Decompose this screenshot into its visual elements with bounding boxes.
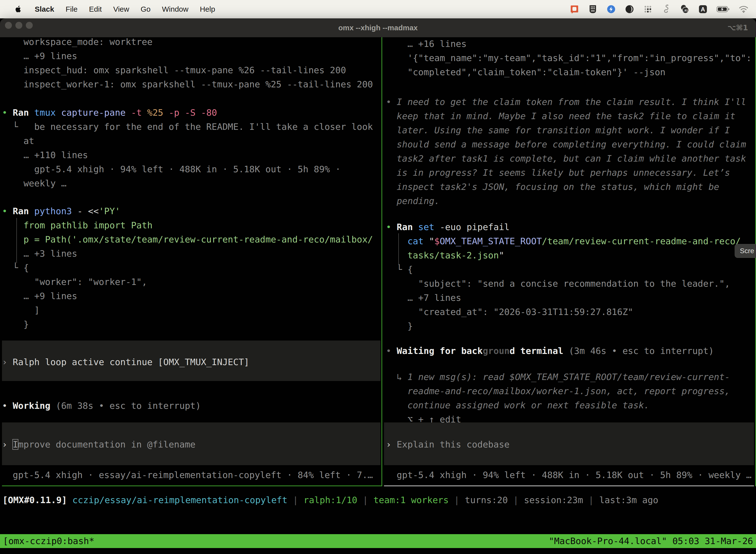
terminal-line: } [386,319,413,333]
terminal-line: • Ran tmux capture-pane -t %25 -p -S -80 [2,106,217,120]
badge-61-icon[interactable]: ..61 [680,4,690,14]
terminal-line: '{"team_name":"my-team","task_id":"1","f… [386,51,752,65]
terminal-line: cat "$OMX_TEAM_STATE_ROOT/team/review-cu… [386,234,741,248]
screen: Slack FileEditViewGoWindowHelp [0,0,756,554]
tmux-session-label: [omx-cczip0:bash* [3,534,94,548]
terminal-line: └ { [386,262,413,277]
svg-text:..61: ..61 [683,9,688,12]
terminal-line: • I need to get the claim token from the… [386,95,746,109]
terminal-line: should send a message before completing … [386,137,746,151]
menu-item-go[interactable]: Go [141,5,150,13]
terminal-line: readme-and-reco/mailbox/worker-1.json, a… [386,384,730,398]
terminal-line: inspect_hud: omx sparkshell --tmux-pane … [2,63,346,77]
terminal-line: "subject": "send a concise recommendatio… [386,277,730,291]
keyboard-icon[interactable] [588,4,598,14]
left-pane-status: gpt-5.4 xhigh · essay/ai-reimplementatio… [2,468,373,482]
terminal-line: … +7 lines [386,291,461,305]
terminal-line: workspace_mode: worktree [2,35,152,49]
prompt-input-right-text[interactable]: › Explain this codebase [386,437,510,451]
left-pane-bottom-border [2,486,382,486]
screen-share-pill[interactable]: Scre [735,244,756,258]
terminal-line: later. Using the same for transition mig… [386,123,730,137]
menu-item-view[interactable]: View [113,5,129,13]
terminal-line: at [2,134,34,148]
svg-text:A: A [701,6,705,13]
window-shortcut-label: ⌥⌘1 [728,23,748,32]
tmux-status-bar: [omx-cczip0:bash* "MacBook-Pro-44.local"… [0,534,756,548]
apple-logo-icon[interactable] [13,4,23,14]
dots-grid-icon[interactable] [643,4,653,14]
terminal-line: … +16 lines [386,37,466,51]
menu-app-name[interactable]: Slack [35,5,54,13]
ralph-status-line: › Ralph loop active continue [OMX_TMUX_I… [2,355,249,369]
crescent-app-icon[interactable] [625,4,634,14]
terminal-line: is in progress? It seems likely but perh… [386,166,730,180]
waiting-status-line: • Waiting for background terminal (3m 46… [386,344,714,358]
terminal-line: } [2,317,29,331]
terminal-line: … +110 lines [2,148,88,162]
menu-status-icons: ..61 A [569,4,756,14]
terminal-line: from pathlib import Path [2,218,152,232]
prompt-input-left-text[interactable]: › Improve documentation in @filename [2,437,195,451]
pane-divider[interactable] [381,37,382,486]
bolt-badge-icon[interactable] [606,4,616,14]
window-titlebar[interactable]: omx --xhigh --madmax ⌥⌘1 [0,18,756,37]
terminal-line: inspect_worker-1: omx sparkshell --tmux-… [2,77,373,91]
terminal-line: pending. [386,194,440,208]
menu-items: FileEditViewGoWindowHelp [65,5,215,13]
terminal-line: ⌥ + ↑ edit [386,412,461,427]
right-pane-bottom-border [384,486,754,486]
menu-item-window[interactable]: Window [162,5,189,13]
terminal-line: "worker": "worker-1", [2,275,147,289]
terminal-line: • Ran python3 - <<'PY' [2,204,120,218]
terminal-line: "completed","claim_token":"claim-token"}… [386,65,666,79]
terminal-line: p = Path('.omx/state/team/review-current… [2,232,373,246]
screen-share-pill-label: Scre [740,247,754,255]
wifi-icon[interactable] [739,4,749,14]
chat-app-icon[interactable] [569,4,579,14]
tmux-host-clock-label: "MacBook-Pro-44.local" 05:03 31-Mar-26 [549,534,753,548]
menu-bar: Slack FileEditViewGoWindowHelp [0,0,756,18]
menu-item-file[interactable]: File [65,5,77,13]
terminal-line: tasks/task-2.json" [386,248,504,262]
omx-hud-status-line: [OMX#0.11.9] cczip/essay/ai-reimplementa… [2,493,658,507]
input-source-a-icon[interactable]: A [698,4,708,14]
menu-left: Slack FileEditViewGoWindowHelp [0,4,215,14]
terminal-line: inspect task2's JSON, focusing on the st… [386,180,719,194]
terminal-line: └ be necessary for the end of the README… [2,120,373,134]
terminal-line: ] [2,303,40,317]
terminal-line: ↳ 1 new msg(s): read $OMX_TEAM_STATE_ROO… [386,370,730,384]
terminal-line: task2 after task1 is complete, but can I… [386,151,746,166]
terminal-line: … +9 lines [2,289,77,303]
terminal-line: gpt-5.4 xhigh · 94% left · 488K in · 5.1… [2,162,340,176]
terminal-line: … +3 lines [2,246,77,261]
battery-icon[interactable] [716,4,730,14]
menu-item-edit[interactable]: Edit [89,5,102,13]
right-pane-status: gpt-5.4 xhigh · 94% left · 488K in · 5.1… [386,468,752,482]
working-status-line: • Working (6m 38s • esc to interrupt) [2,399,201,413]
window-title: omx --xhigh --madmax [0,18,756,37]
terminal-line: continue assigned work or next feasible … [386,398,649,412]
terminal-line: weekly … [2,176,66,190]
terminal-line: "created_at": "2026-03-31T11:59:27.816Z" [386,305,633,319]
terminal-line: └ { [2,261,29,275]
terminal-line: … +9 lines [2,49,77,63]
terminal-line: • Ran set -euo pipefail [386,220,510,234]
terminal-line: keep that in mind. Maybe I also need the… [386,109,736,123]
squiggle-icon[interactable] [661,4,671,14]
menu-item-help[interactable]: Help [200,5,215,13]
